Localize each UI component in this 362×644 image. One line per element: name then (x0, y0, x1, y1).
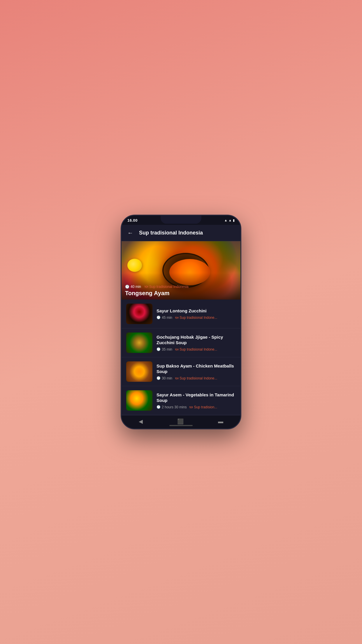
nav-bar: ◀ ⬛ ▬ (122, 416, 240, 428)
featured-card[interactable]: 🕐 40 min 🍽 Sup tradisional Indonesia Ton… (122, 241, 240, 300)
thumb-image (126, 361, 152, 382)
recipe-thumbnail (126, 390, 152, 411)
thumb-image (126, 304, 152, 324)
category-icon: 🍽 (175, 377, 178, 380)
recipe-thumbnail (126, 304, 152, 324)
list-item[interactable]: Gochujang Hobak Jjigae - Spicy Zucchini … (122, 328, 240, 357)
time-badge: 🕐 35 min (157, 347, 172, 351)
battery-icon: ▮ (233, 218, 235, 222)
list-item[interactable]: Sayur Lontong Zucchini 🕐 45 min 🍽 Sup tr… (122, 300, 240, 328)
thumb-image (126, 390, 152, 411)
recipe-meta: 🕐 30 min 🍽 Sup tradisional Indone... (157, 376, 236, 380)
status-icons: ▲ ▲ ▮ (224, 218, 235, 222)
featured-overlay: 🕐 40 min 🍽 Sup tradisional Indonesia Ton… (122, 273, 240, 300)
phone-notch (161, 216, 201, 224)
featured-time: 🕐 40 min (125, 285, 141, 289)
phone-screen[interactable]: ← Sup tradisional Indonesia 🕐 40 min (122, 225, 240, 428)
category-icon: 🍽 (189, 405, 193, 409)
recipe-name: Sayur Lontong Zucchini (157, 308, 236, 314)
clock-icon: 🕐 (157, 405, 161, 409)
featured-meta: 🕐 40 min 🍽 Sup tradisional Indonesia (125, 285, 237, 289)
category-badge: 🍽 Sup tradisional Indone... (175, 316, 217, 320)
category-icon: 🍽 (145, 285, 148, 289)
thumb-image (126, 332, 152, 353)
recipe-thumbnail (126, 332, 152, 353)
signal-icon: ▲ (229, 218, 232, 222)
recipe-info: Sup Bakso Ayam - Chicken Meatballs Soup … (157, 363, 236, 380)
recipe-info: Sayur Asem - Vegetables in Tamarind Soup… (157, 392, 236, 409)
page-title: Sup tradisional Indonesia (139, 230, 203, 236)
featured-category: 🍽 Sup tradisional Indonesia (145, 285, 189, 289)
phone-bottom-bar (169, 425, 193, 426)
recipe-info: Gochujang Hobak Jjigae - Spicy Zucchini … (157, 334, 236, 351)
recipe-meta: 🕐 2 hours 30 mins 🍽 Sup tradision... (157, 405, 236, 409)
category-badge: 🍽 Sup tradisional Indone... (175, 347, 217, 351)
time-badge: 🕐 45 min (157, 316, 172, 320)
category-badge: 🍽 Sup tradision... (189, 405, 217, 409)
clock-icon: 🕐 (125, 285, 129, 289)
recipe-thumbnail (126, 361, 152, 382)
status-time: 16.00 (127, 218, 138, 223)
wifi-icon: ▲ (224, 218, 227, 222)
recipe-meta: 🕐 45 min 🍽 Sup tradisional Indone... (157, 316, 236, 320)
nav-back-button[interactable]: ◀ (135, 416, 146, 426)
time-badge: 🕐 2 hours 30 mins (157, 405, 187, 409)
featured-title: Tongseng Ayam (125, 290, 237, 297)
category-badge: 🍽 Sup tradisional Indone... (175, 376, 217, 380)
phone-frame: 16.00 ▲ ▲ ▮ ← Sup tradisional Indonesia (121, 215, 241, 429)
recipe-list: Sayur Lontong Zucchini 🕐 45 min 🍽 Sup tr… (122, 300, 240, 415)
category-icon: 🍽 (175, 316, 178, 319)
recipe-info: Sayur Lontong Zucchini 🕐 45 min 🍽 Sup tr… (157, 308, 236, 320)
clock-icon: 🕐 (157, 316, 161, 319)
list-item[interactable]: Sup Bakso Ayam - Chicken Meatballs Soup … (122, 357, 240, 386)
list-item[interactable]: Sayur Asem - Vegetables in Tamarind Soup… (122, 386, 240, 415)
category-icon: 🍽 (175, 348, 178, 351)
recipe-name: Sup Bakso Ayam - Chicken Meatballs Soup (157, 363, 236, 374)
recipe-name: Gochujang Hobak Jjigae - Spicy Zucchini … (157, 334, 236, 346)
app-header: ← Sup tradisional Indonesia (122, 225, 240, 241)
clock-icon: 🕐 (157, 347, 161, 351)
recipe-meta: 🕐 35 min 🍽 Sup tradisional Indone... (157, 347, 236, 351)
nav-recent-button[interactable]: ▬ (215, 417, 227, 426)
back-button[interactable]: ← (126, 228, 134, 237)
clock-icon: 🕐 (157, 376, 161, 380)
time-badge: 🕐 30 min (157, 376, 172, 380)
recipe-name: Sayur Asem - Vegetables in Tamarind Soup (157, 392, 236, 403)
